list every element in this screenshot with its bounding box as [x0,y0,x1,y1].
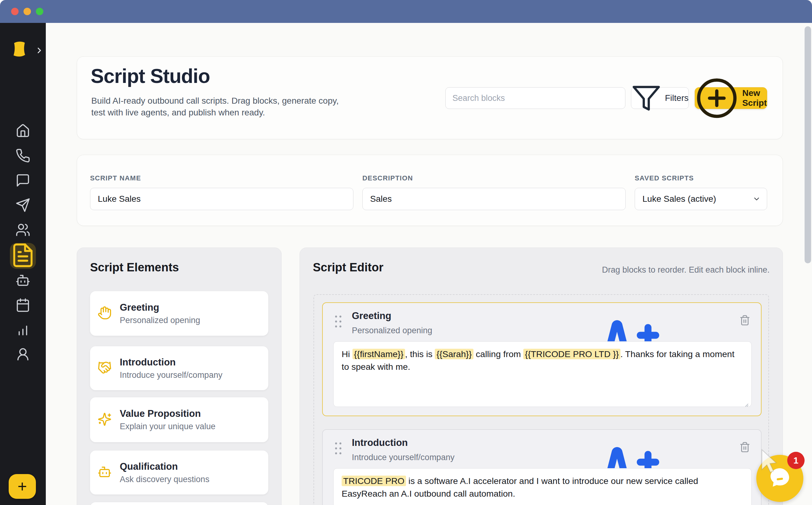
element-card-greeting[interactable]: Greeting Personalized opening [90,291,268,336]
delete-block-button[interactable] [739,315,751,326]
calendar-icon [15,298,30,314]
filters-button-label: Filters [665,93,688,103]
page-header-card: Script Studio Build AI-ready outbound ca… [77,56,783,139]
mouse-cursor-icon [755,447,782,474]
editor-dropzone: Greeting Personalized opening Refine wit… [313,294,769,505]
element-subtitle: Introduce yourself/company [120,370,222,380]
sidebar-item-messages[interactable] [15,174,30,188]
brand-logo-icon[interactable] [10,40,28,58]
drag-handle-icon[interactable] [334,441,342,456]
sidebar-item-campaigns[interactable] [15,198,30,213]
block-title: Introduction [352,437,408,448]
script-editor-panel: Script Editor Drag blocks to reorder. Ed… [300,247,783,505]
sidebar-item-calendar[interactable] [15,298,30,313]
script-editor-title: Script Editor [313,261,383,274]
script-meta-card: SCRIPT NAME DESCRIPTION SAVED SCRIPTS Lu… [77,155,783,226]
hand-icon [98,306,112,321]
element-subtitle: Explain your unique value [120,422,215,432]
home-icon [15,124,30,140]
new-script-button[interactable]: New Script [695,87,767,109]
page-subtitle: Build AI-ready outbound call scripts. Dr… [91,95,342,119]
plus-icon: + [18,477,27,496]
bar-chart-icon [15,322,30,339]
editor-block-greeting[interactable]: Greeting Personalized opening Refine wit… [322,302,762,416]
description-label: DESCRIPTION [362,174,413,182]
element-card-value-proposition[interactable]: Value Proposition Explain your unique va… [90,397,268,442]
minimize-window-button[interactable] [23,8,31,15]
block-textarea[interactable]: TRICODE PRO is a software A.I accelerato… [333,468,752,505]
zoom-window-button[interactable] [36,8,43,15]
chevron-down-icon [753,195,761,203]
bot-icon [15,273,30,289]
main-content: Script Studio Build AI-ready outbound ca… [46,23,812,505]
element-card-introduction[interactable]: Introduction Introduce yourself/company [90,346,268,390]
chat-bubble-icon [15,173,30,189]
filters-button[interactable]: Filters [631,87,689,109]
filter-funnel-icon [631,83,661,113]
sidebar-item-agents[interactable] [15,274,30,288]
sidebar-item-profile[interactable] [15,347,30,362]
script-elements-title: Script Elements [90,261,179,274]
close-window-button[interactable] [11,8,19,15]
script-document-icon [10,242,36,270]
element-subtitle: Personalized opening [120,316,200,325]
sidebar-add-button[interactable]: + [9,474,36,499]
sidebar: + [0,23,46,505]
user-icon [15,347,30,363]
saved-scripts-value: Luke Sales (active) [642,194,716,204]
plus-circle-icon [695,76,739,120]
sidebar-item-analytics[interactable] [15,323,30,338]
drag-handle-icon[interactable] [334,314,342,329]
block-title: Greeting [352,310,391,322]
page-title: Script Studio [91,65,210,88]
script-elements-panel: Script Elements Greeting Personalized op… [77,247,282,505]
sidebar-item-calls[interactable] [15,149,30,164]
element-title: Value Proposition [120,408,215,419]
element-title: Greeting [120,302,200,313]
users-icon [15,222,30,238]
editor-block-introduction[interactable]: Introduction Introduce yourself/company … [322,429,762,505]
sidebar-item-scripts-active[interactable] [10,243,36,269]
chat-widget-button[interactable]: 1 [756,455,803,502]
send-icon [15,198,30,214]
description-input[interactable] [362,188,626,210]
element-title: Qualification [120,461,209,472]
block-subtitle: Personalized opening [352,326,432,335]
chat-notification-badge: 1 [787,452,805,469]
search-input[interactable] [445,87,625,109]
saved-scripts-select[interactable]: Luke Sales (active) [635,188,767,210]
script-name-input[interactable] [90,188,353,210]
saved-scripts-label: SAVED SCRIPTS [635,174,694,182]
new-script-button-label: New Script [743,88,767,108]
scrollbar-thumb[interactable] [805,26,811,263]
element-subtitle: Ask discovery questions [120,475,209,484]
trash-icon [739,322,751,327]
script-name-label: SCRIPT NAME [90,174,141,182]
chevron-right-icon [35,46,44,55]
resize-handle-icon[interactable] [743,398,749,404]
element-card-qualification[interactable]: Qualification Ask discovery questions [90,451,268,494]
delete-block-button[interactable] [739,442,751,453]
handshake-icon [98,360,112,376]
element-card-partial[interactable] [90,502,268,505]
window-titlebar [0,0,812,23]
sidebar-expand-button[interactable] [35,46,44,55]
robot-icon [98,465,112,480]
block-textarea[interactable]: Hi {{firstName}}, this is {{Sarah}} call… [333,341,752,407]
app-window: + Script Studio Build AI-ready outbound … [0,0,812,505]
phone-icon [15,148,30,164]
editor-hint-text: Drag blocks to reorder. Edit each block … [602,265,770,275]
sidebar-item-home[interactable] [15,124,30,139]
block-subtitle: Introduce yourself/company [352,453,455,462]
sparkles-icon [98,412,112,428]
element-title: Introduction [120,357,222,368]
sidebar-item-contacts[interactable] [15,223,30,238]
trash-icon [739,448,751,454]
